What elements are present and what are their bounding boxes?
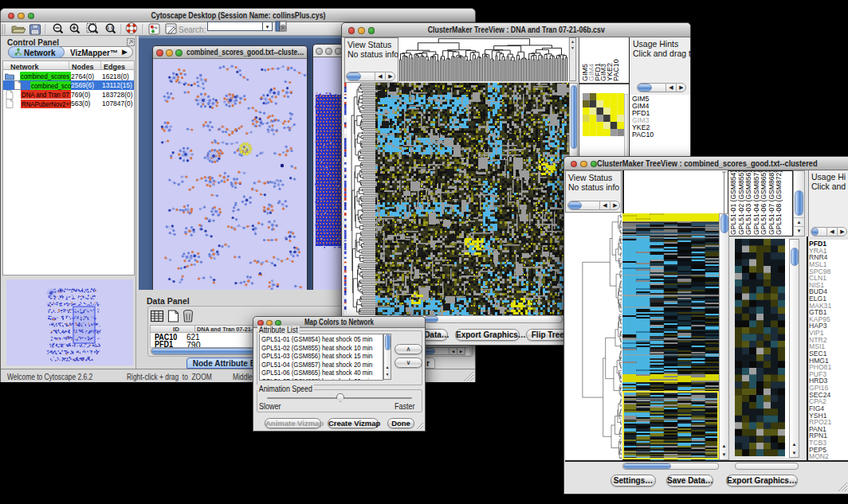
svg-text:GPL51-07 (GSM868): GPL51-07 (GSM868) [768,171,775,235]
svg-text:GPL51-06 (GSM865): GPL51-06 (GSM865) [760,171,768,235]
svg-text:1:1: 1:1 [107,25,113,30]
svg-text:GPL51-02 (GSM855): GPL51-02 (GSM855) [737,171,745,235]
svg-text:PAC10: PAC10 [612,59,620,81]
svg-text:GPL51-08 (GSM872): GPL51-08 (GSM872) [775,171,783,235]
svg-text:GPL51-04 (GSM857): GPL51-04 (GSM857) [752,171,760,235]
svg-text:GPL51-01 (GSM854): GPL51-01 (GSM854) [729,171,737,235]
svg-text:GPL51-03 (GSM856): GPL51-03 (GSM856) [744,171,752,235]
